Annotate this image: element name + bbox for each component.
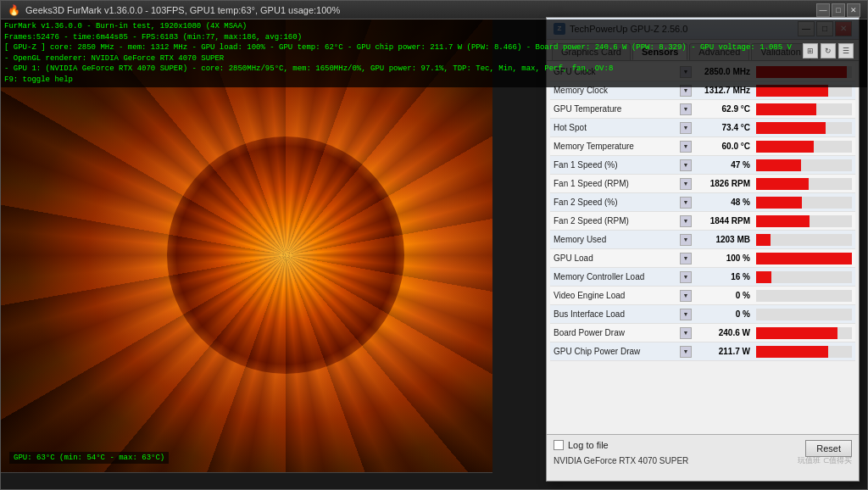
- sensor-value: 60.0 °C: [694, 142, 754, 151]
- furmark-render: [1, 19, 492, 489]
- log-to-file-checkbox[interactable]: [554, 440, 564, 450]
- sensor-row: Video Engine Load▼0 %: [550, 287, 855, 305]
- sensor-name: Memory Used: [550, 235, 677, 244]
- sensor-row: GPU Load▼100 %: [550, 249, 855, 268]
- sensor-bar-container: [756, 141, 852, 153]
- sensor-bar-container: [756, 178, 852, 190]
- sensor-dropdown-button[interactable]: ▼: [680, 215, 692, 227]
- sensor-row: Fan 2 Speed (RPM)▼1844 RPM: [550, 212, 855, 231]
- reset-button[interactable]: Reset: [805, 440, 852, 457]
- sensor-bar: [756, 122, 826, 134]
- sensor-name: Board Power Draw: [550, 328, 677, 337]
- sensor-name: Fan 2 Speed (RPM): [550, 216, 677, 226]
- sensor-bar: [756, 178, 809, 190]
- info-line-5: - GPU 1: (NVIDIA GeForce RTX 4070 SUPER)…: [4, 64, 864, 75]
- sensor-row: Bus Interface Load▼0 %: [550, 305, 855, 324]
- furmark-maximize-button[interactable]: □: [832, 3, 845, 17]
- sensor-bar: [756, 271, 771, 283]
- sensor-bar: [756, 103, 816, 115]
- sensor-value: 0 %: [694, 309, 754, 319]
- sensor-bar-container: [756, 346, 852, 358]
- sensor-bar-container: [756, 159, 852, 171]
- sensor-value: 16 %: [694, 272, 754, 281]
- sensor-dropdown-button[interactable]: ▼: [680, 141, 692, 153]
- sensor-value: 47 %: [694, 160, 754, 170]
- sensor-bar-container: [756, 215, 852, 227]
- sensor-row: Memory Temperature▼60.0 °C: [550, 137, 855, 156]
- sensor-row: Memory Controller Load▼16 %: [550, 268, 855, 287]
- furmark-title: Geeks3D FurMark v1.36.0.0 - 103FPS, GPU1…: [25, 5, 340, 15]
- menu-icon[interactable]: ☰: [838, 43, 854, 58]
- sensor-dropdown-button[interactable]: ▼: [680, 178, 692, 190]
- sensor-dropdown-button[interactable]: ▼: [680, 290, 692, 302]
- sensor-dropdown-button[interactable]: ▼: [680, 327, 692, 339]
- furmark-title-left: 🔥 Geeks3D FurMark v1.36.0.0 - 103FPS, GP…: [8, 4, 340, 16]
- sensor-row: Hot Spot▼73.4 °C: [550, 119, 855, 137]
- sensor-value: 211.7 W: [694, 347, 754, 356]
- sensor-bar-container: [756, 271, 852, 283]
- card-logo: 玩值班 ⊂值得买: [798, 455, 852, 466]
- sensor-name: Memory Temperature: [550, 142, 677, 151]
- temp-overlay: GPU: 63°C (min: 54°C - max: 63°C): [9, 452, 169, 464]
- sensor-bar: [756, 346, 828, 358]
- sensor-dropdown-button[interactable]: ▼: [680, 159, 692, 171]
- sensor-name: GPU Chip Power Draw: [550, 347, 677, 356]
- sensor-value: 0 %: [694, 291, 754, 300]
- furmark-close-button[interactable]: ✕: [847, 3, 860, 17]
- sensor-bar-container: [756, 253, 852, 264]
- furmark-info: FurMark v1.36.0.0 - Burn-in test, 1920x1…: [1, 19, 867, 87]
- sensor-value: 73.4 °C: [694, 123, 754, 132]
- sensor-dropdown-button[interactable]: ▼: [680, 309, 692, 320]
- sensor-value: 100 %: [694, 253, 754, 263]
- sensor-value: 1203 MB: [694, 235, 754, 244]
- info-line-6: F9: toggle help: [4, 75, 864, 86]
- info-line-4: - OpenGL renderer: NVIDIA GeForce RTX 40…: [4, 53, 864, 64]
- sensor-name: GPU Temperature: [550, 104, 677, 114]
- sensor-value: 62.9 °C: [694, 104, 754, 114]
- sensor-name: Bus Interface Load: [550, 309, 677, 319]
- sensor-dropdown-button[interactable]: ▼: [680, 271, 692, 283]
- gpuz-card-label: NVIDIA GeForce RTX 4070 SUPER 玩值班 ⊂值得买: [547, 454, 859, 468]
- sensor-name: Memory Clock: [550, 86, 677, 95]
- log-label: Log to file: [568, 440, 609, 450]
- sensor-dropdown-button[interactable]: ▼: [680, 197, 692, 209]
- sensor-row: Fan 1 Speed (%)▼47 %: [550, 156, 855, 175]
- gpuz-sensors-list: GPU Clock▼2850.0 MHzMemory Clock▼1312.7 …: [547, 61, 859, 456]
- refresh-icon[interactable]: ↻: [821, 43, 836, 58]
- sensor-value: 1312.7 MHz: [694, 86, 754, 95]
- sensor-bar-container: [756, 197, 852, 209]
- furmark-icon: 🔥: [8, 4, 20, 16]
- sensor-value: 1844 RPM: [694, 216, 754, 226]
- sensor-bar: [756, 159, 801, 171]
- sensor-dropdown-button[interactable]: ▼: [680, 122, 692, 134]
- sensor-bar: [756, 234, 771, 246]
- sensor-bar: [756, 141, 814, 153]
- sensor-dropdown-button[interactable]: ▼: [680, 253, 692, 264]
- sensor-name: GPU Load: [550, 253, 677, 263]
- gpuz-bottom: Log to file Reset NVIDIA GeForce RTX 407…: [547, 434, 859, 481]
- sensor-bar: [756, 215, 810, 227]
- info-line-3: [ GPU-Z ] core: 2850 MHz - mem: 1312 MHz…: [4, 42, 864, 53]
- sensor-bar-container: [756, 122, 852, 134]
- sensor-name: Hot Spot: [550, 123, 677, 132]
- sensor-name: Fan 2 Speed (%): [550, 198, 677, 207]
- sensor-row: Fan 1 Speed (RPM)▼1826 RPM: [550, 175, 855, 193]
- sensor-name: Memory Controller Load: [550, 272, 677, 281]
- info-line-2: Frames:52476 - time:6m44s85 - FPS:6183 (…: [4, 32, 864, 43]
- sensor-dropdown-button[interactable]: ▼: [680, 346, 692, 358]
- sensor-name: Video Engine Load: [550, 291, 677, 300]
- furmark-titlebar-buttons: — □ ✕: [816, 3, 860, 17]
- sensor-dropdown-button[interactable]: ▼: [680, 234, 692, 246]
- sensor-dropdown-button[interactable]: ▼: [680, 103, 692, 115]
- sensor-bar: [756, 197, 802, 209]
- furmark-statusbar: [1, 472, 492, 489]
- sensor-row: Board Power Draw▼240.6 W: [550, 324, 855, 342]
- sensor-bar: [756, 327, 837, 339]
- sensor-bar: [756, 253, 852, 264]
- sensor-bar-container: [756, 290, 852, 302]
- card-name: NVIDIA GeForce RTX 4070 SUPER: [554, 456, 688, 465]
- sensor-bar-container: [756, 234, 852, 246]
- sensor-row: Memory Used▼1203 MB: [550, 231, 855, 249]
- furmark-minimize-button[interactable]: —: [816, 3, 830, 17]
- grid-icon[interactable]: ⊞: [803, 43, 818, 58]
